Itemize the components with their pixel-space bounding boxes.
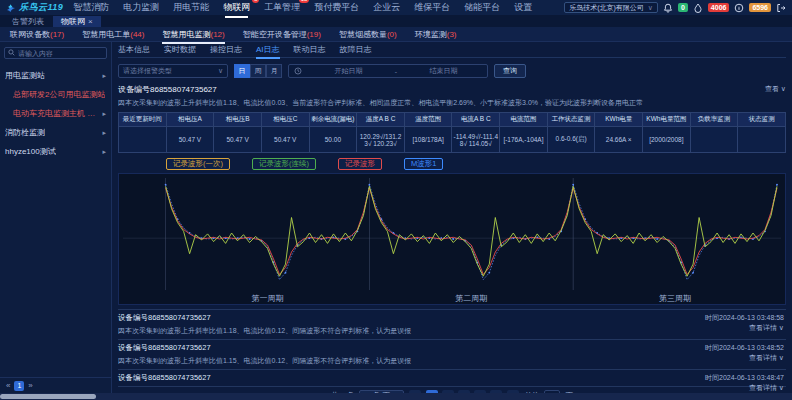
table-header-cell: 剩余电流(漏电) [309, 113, 357, 127]
realtime-table: 最近更新时间相电压A相电压B相电压C剩余电流(漏电)温度A B C温度范围电流A… [118, 112, 786, 153]
log-detail-link[interactable]: 查看详情 ∨ [749, 323, 784, 333]
segment-2[interactable]: 月 [266, 64, 282, 78]
date-range-picker[interactable]: 开始日期 - 结束日期 [288, 64, 488, 78]
tree-item-1[interactable]: 总部研发2公司用电监测站 [0, 85, 111, 104]
company-select[interactable]: 乐鸟技术(北京)有限公司 ∨ [564, 2, 658, 13]
topbar-right: 乐鸟技术(北京)有限公司 ∨ 0 4006 6596 [564, 2, 786, 13]
tree-item-0[interactable]: 用电监测站▸ [0, 66, 111, 85]
subtab-3[interactable]: 智能空开设备管理(19) [243, 29, 321, 40]
ai-analysis-text: 因本次采集到的波形上升斜率比值1.18、电流比值0.03、当前波形符合评判标准、… [118, 98, 786, 108]
subtab-2[interactable]: 智慧用电监测(12) [162, 29, 224, 40]
log-detail-link[interactable]: 查看详情 ∨ [749, 383, 784, 393]
table-cell: 24.66A × [595, 127, 643, 153]
log-detail-link[interactable]: 查看详情 ∨ [749, 353, 784, 363]
nav-item-1[interactable]: 电力监测 [123, 0, 159, 16]
main-tab-3[interactable]: AI日志 [256, 44, 280, 58]
nav-item-3[interactable]: 物联网3 [223, 0, 250, 16]
nav-item-0[interactable]: 智慧消防 [73, 0, 109, 16]
main-tab-5[interactable]: 故障日志 [340, 44, 372, 58]
subtab-label: 智慧用电工单 [82, 30, 130, 39]
nav-item-5[interactable]: 预付费平台 [314, 0, 359, 16]
fault-count-badge[interactable]: 6596 [749, 3, 771, 12]
subtab-4[interactable]: 智慧烟感数量(0) [339, 29, 397, 40]
subtab-5[interactable]: 环境监测(3) [415, 29, 457, 40]
table-cell: 50.47 V [166, 127, 214, 153]
notify-count-badge[interactable]: 0 [678, 3, 688, 12]
subtab-1[interactable]: 智慧用电工单(44) [82, 29, 144, 40]
filter-row: 请选择报警类型 ∨ 日周月 开始日期 - 结束日期 查询 [118, 61, 786, 81]
record-waveform-button-0[interactable]: 记录波形(一次) [166, 158, 230, 170]
record-waveform-button-1[interactable]: 记录波形(连续) [252, 158, 316, 170]
logout-icon[interactable] [776, 3, 786, 13]
nav-item-label: 用电节能 [173, 2, 209, 12]
nav-item-4[interactable]: 工单管理15 [264, 0, 300, 16]
segment-1[interactable]: 周 [250, 64, 266, 78]
bell-icon[interactable] [663, 3, 673, 13]
chart-x-label: 第三周期 [659, 294, 691, 303]
sidebar-pager: « 1 » [0, 377, 111, 393]
table-cell: [-176A,-104A] [500, 127, 548, 153]
tree-item-4[interactable]: hhyze100测试▸ [0, 142, 111, 161]
main-tab-1[interactable]: 实时数据 [164, 44, 196, 58]
subtab-count: (0) [387, 30, 397, 39]
chevron-right-icon: ▸ [102, 129, 106, 137]
nav-item-label: 储能平台 [464, 2, 500, 12]
water-drop-icon[interactable] [693, 3, 703, 13]
table-header-cell: 电流A B C [452, 113, 500, 127]
log-item-2: 设备编号868558074735627时间2024-06-13 03:48:47… [118, 369, 786, 386]
tree-item-3[interactable]: 消防栓监测▸ [0, 123, 111, 142]
info-circle-icon[interactable] [734, 3, 744, 13]
main-tab-4[interactable]: 联动日志 [294, 44, 326, 58]
table-cell: 120.29√/131.23√ 120.23√ [357, 127, 405, 153]
record-waveform-button-3[interactable]: M波形1 [404, 158, 443, 170]
company-name: 乐鸟技术(北京)有限公司 [569, 3, 644, 13]
window-tab-1[interactable]: 物联网× [53, 16, 101, 27]
main-tab-0[interactable]: 基本信息 [118, 44, 150, 58]
nav-item-9[interactable]: 设置 [514, 0, 532, 16]
table-cell: 0.6-0.6(启) [547, 127, 595, 153]
sidebar-pager-prev[interactable]: « [6, 381, 10, 390]
nav-item-label: 物联网 [223, 2, 250, 12]
table-cell: [108/178A] [404, 127, 452, 153]
query-button[interactable]: 查询 [494, 64, 526, 78]
log-timestamp: 时间2024-06-13 03:48:47 [705, 373, 784, 383]
nav-item-label: 智慧消防 [73, 2, 109, 12]
window-tab-label: 物联网 [61, 16, 85, 27]
nav-item-badge: 3 [252, 0, 259, 3]
sidebar-search[interactable] [4, 47, 107, 59]
date-end[interactable]: 结束日期 [405, 66, 482, 76]
nav-item-2[interactable]: 用电节能 [173, 0, 209, 16]
date-start[interactable]: 开始日期 [310, 66, 387, 76]
horizontal-scrollbar[interactable] [0, 394, 96, 399]
sidebar-pager-next[interactable]: » [28, 381, 32, 390]
nav-item-8[interactable]: 储能平台 [464, 0, 500, 16]
range-segment: 日周月 [234, 64, 282, 78]
table-header-cell: 温度A B C [357, 113, 405, 127]
segment-0[interactable]: 日 [234, 64, 250, 78]
subtab-label: 智能空开设备管理 [243, 30, 307, 39]
alarm-count-badge[interactable]: 4006 [708, 3, 730, 12]
chevron-right-icon: ▸ [102, 110, 106, 118]
close-icon[interactable]: × [88, 17, 93, 26]
tree-item-label: 总部研发2公司用电监测站 [13, 89, 105, 100]
summary-more-link[interactable]: 查看 ∨ [765, 84, 786, 94]
sidebar-pager-page[interactable]: 1 [14, 381, 24, 391]
window-tab-0[interactable]: 告警列表 [4, 16, 52, 27]
log-item-0: 设备编号868558074735627时间2024-06-13 03:48:58… [118, 309, 786, 339]
chart-x-label: 第一周期 [252, 294, 284, 303]
main-tab-2[interactable]: 操控日志 [210, 44, 242, 58]
chevron-right-icon: ▸ [102, 72, 106, 80]
table-header-cell: 状态监测 [738, 113, 786, 127]
tree-item-2[interactable]: 电动车充电监测主机 G南▸ [0, 104, 111, 123]
table-header-cell: KWh电量范围 [643, 113, 691, 127]
log-timestamp: 时间2024-06-13 03:48:58 [705, 313, 784, 323]
chevron-down-icon: ∨ [648, 4, 653, 12]
search-input[interactable] [18, 50, 103, 57]
nav-item-7[interactable]: 维保平台 [414, 0, 450, 16]
waveform-chart: 第一周期第二周期第三周期 [118, 173, 786, 305]
nav-item-6[interactable]: 企业云 [373, 0, 400, 16]
alarm-type-select[interactable]: 请选择报警类型 ∨ [118, 64, 228, 78]
record-waveform-button-2[interactable]: 记录波形 [338, 158, 382, 170]
subtab-count: (19) [307, 30, 321, 39]
subtab-0[interactable]: 联网设备数(17) [10, 29, 64, 40]
